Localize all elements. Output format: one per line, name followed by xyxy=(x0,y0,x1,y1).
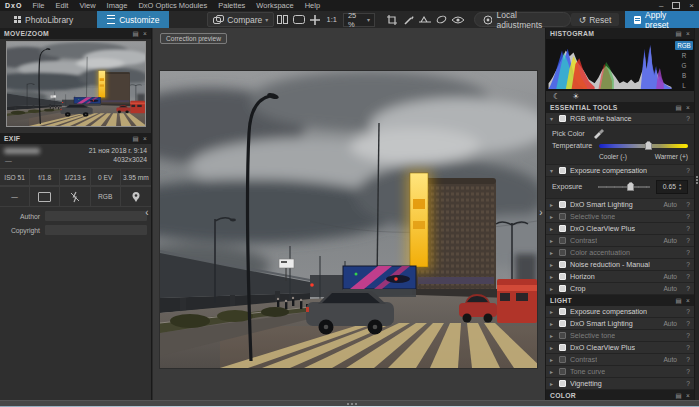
help-icon[interactable]: ? xyxy=(684,344,690,351)
panel-menu-icon[interactable]: ▤ xyxy=(675,30,681,38)
enable-checkbox[interactable] xyxy=(559,285,566,292)
histogram-header[interactable]: HISTOGRAM ▤× xyxy=(546,28,694,39)
panel-menu-icon[interactable]: ▤ xyxy=(132,30,138,38)
right-panel-splitter[interactable] xyxy=(694,28,699,400)
panel-menu-icon[interactable]: ▤ xyxy=(675,392,681,400)
histogram-channel-r[interactable]: R xyxy=(675,51,693,60)
enable-checkbox[interactable] xyxy=(559,167,566,174)
expander-icon[interactable]: ▾ xyxy=(550,115,559,122)
tool-row-contrast[interactable]: ▸ContrastAuto? xyxy=(546,354,694,366)
expander-icon[interactable]: ▸ xyxy=(550,380,559,387)
one-to-one-button[interactable]: 1:1 xyxy=(327,15,337,24)
menu-item-palettes[interactable]: Palettes xyxy=(218,1,245,10)
collapse-left-panel-arrow[interactable]: ‹ xyxy=(143,206,151,220)
light-palette-header[interactable]: LIGHT ▤× xyxy=(546,295,694,306)
expander-icon[interactable]: ▸ xyxy=(550,356,559,363)
expander-icon[interactable]: ▸ xyxy=(550,225,559,232)
enable-checkbox[interactable] xyxy=(559,115,566,122)
panel-close-icon[interactable]: × xyxy=(143,135,147,142)
move-icon[interactable] xyxy=(309,14,321,25)
tool-row-noise-reduction-manual[interactable]: ▸Noise reduction - Manual? xyxy=(546,259,694,271)
help-icon[interactable]: ? xyxy=(684,115,690,122)
tool-row-dxo-smart-lighting[interactable]: ▸DxO Smart LightingAuto? xyxy=(546,318,694,330)
tool-row-crop[interactable]: ▸CropAuto? xyxy=(546,283,694,295)
help-icon[interactable]: ? xyxy=(684,380,690,387)
help-icon[interactable]: ? xyxy=(684,249,690,256)
help-icon[interactable]: ? xyxy=(684,308,690,315)
tool-row-dxo-smart-lighting[interactable]: ▸DxO Smart LightingAuto? xyxy=(546,199,694,211)
help-icon[interactable]: ? xyxy=(684,201,690,208)
enable-checkbox[interactable] xyxy=(559,332,566,339)
image-canvas[interactable]: Correction preview xyxy=(153,28,545,400)
highlight-clipping-sun-icon[interactable]: ☀ xyxy=(572,92,579,101)
help-icon[interactable]: ? xyxy=(684,237,690,244)
expander-icon[interactable]: ▸ xyxy=(550,213,559,220)
reset-button[interactable]: ↺ Reset xyxy=(571,13,620,26)
histogram-channel-l[interactable]: L xyxy=(675,81,693,90)
help-icon[interactable]: ? xyxy=(684,320,690,327)
tool-row-dxo-clearview-plus[interactable]: ▸DxO ClearView Plus? xyxy=(546,223,694,235)
enable-checkbox[interactable] xyxy=(559,213,566,220)
enable-checkbox[interactable] xyxy=(559,356,566,363)
navigator-thumbnail[interactable] xyxy=(6,41,146,127)
histogram-channel-g[interactable]: G xyxy=(675,61,693,70)
panel-menu-icon[interactable]: ▤ xyxy=(675,297,681,305)
panel-menu-icon[interactable]: ▤ xyxy=(675,104,681,112)
tool-row-dxo-clearview-plus[interactable]: ▸DxO ClearView Plus? xyxy=(546,342,694,354)
help-icon[interactable]: ? xyxy=(684,213,690,220)
panel-close-icon[interactable]: × xyxy=(143,30,147,37)
panel-close-icon[interactable]: × xyxy=(686,104,690,111)
histogram-channel-b[interactable]: B xyxy=(675,71,693,80)
expander-icon[interactable]: ▸ xyxy=(550,285,559,292)
color-palette-header[interactable]: COLOR ▤× xyxy=(546,390,694,400)
temperature-slider[interactable] xyxy=(599,144,688,148)
enable-checkbox[interactable] xyxy=(559,380,566,387)
exif-header[interactable]: EXIF ▤× xyxy=(0,133,151,144)
menu-item-file[interactable]: File xyxy=(32,1,44,10)
help-icon[interactable]: ? xyxy=(684,356,690,363)
menu-item-edit[interactable]: Edit xyxy=(56,1,69,10)
menu-item-dxo-optics-modules[interactable]: DxO Optics Modules xyxy=(138,1,207,10)
tool-row-selective-tone[interactable]: ▸Selective tone? xyxy=(546,330,694,342)
expander-icon[interactable]: ▸ xyxy=(550,344,559,351)
exposure-slider[interactable] xyxy=(598,186,650,188)
zoom-level-select[interactable]: 25 % ▾ xyxy=(343,13,375,27)
expander-icon[interactable]: ▸ xyxy=(550,320,559,327)
exposure-slider-thumb[interactable] xyxy=(627,182,634,191)
tab-photolibrary[interactable]: PhotoLibrary xyxy=(4,11,83,28)
panel-close-icon[interactable]: × xyxy=(686,30,690,37)
full-view-icon[interactable] xyxy=(293,14,305,25)
enable-checkbox[interactable] xyxy=(559,368,566,375)
local-adjustments-button[interactable]: Local adjustments xyxy=(474,12,571,27)
expander-icon[interactable]: ▸ xyxy=(550,201,559,208)
help-icon[interactable]: ? xyxy=(684,285,690,292)
menu-item-help[interactable]: Help xyxy=(305,1,320,10)
compare-button[interactable]: Compare ▾ xyxy=(207,12,274,27)
enable-checkbox[interactable] xyxy=(559,225,566,232)
enable-checkbox[interactable] xyxy=(559,249,566,256)
maximize-icon[interactable] xyxy=(672,2,680,9)
horizon-icon[interactable] xyxy=(419,14,431,25)
menu-item-image[interactable]: Image xyxy=(107,1,128,10)
tool-row-contrast[interactable]: ▸ContrastAuto? xyxy=(546,235,694,247)
help-icon[interactable]: ? xyxy=(684,261,690,268)
enable-checkbox[interactable] xyxy=(559,237,566,244)
help-icon[interactable]: ? xyxy=(684,368,690,375)
help-icon[interactable]: ? xyxy=(684,167,690,174)
stepper-icon[interactable]: ▴▾ xyxy=(679,183,681,190)
brush-icon[interactable] xyxy=(402,14,414,25)
temperature-slider-thumb[interactable] xyxy=(645,141,652,150)
move-zoom-header[interactable]: MOVE/ZOOM ▤× xyxy=(0,28,151,39)
tool-row-tone-curve[interactable]: ▸Tone curve? xyxy=(546,366,694,378)
eyedropper-icon[interactable] xyxy=(592,128,604,140)
apply-preset-button[interactable]: Apply preset xyxy=(625,11,699,28)
chevron-down-icon[interactable]: ▾ xyxy=(265,16,268,23)
enable-checkbox[interactable] xyxy=(559,273,566,280)
menu-item-view[interactable]: View xyxy=(79,1,95,10)
collapse-right-panel-arrow[interactable]: › xyxy=(537,206,545,220)
crop-icon[interactable] xyxy=(386,14,398,25)
expander-icon[interactable]: ▾ xyxy=(550,167,559,174)
tool-row-rgb-white-balance[interactable]: ▾ RGB white balance ? xyxy=(546,113,694,125)
enable-checkbox[interactable] xyxy=(559,261,566,268)
split-view-icon[interactable] xyxy=(276,14,288,25)
